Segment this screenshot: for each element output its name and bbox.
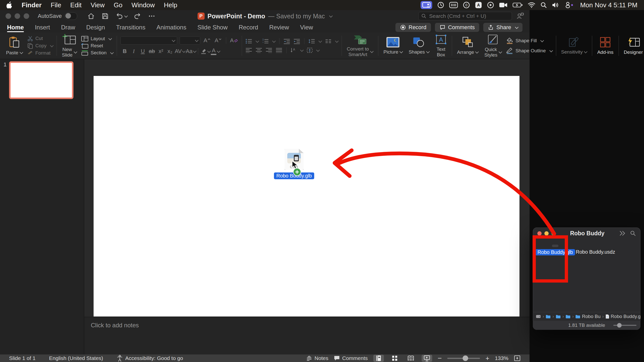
highlight-color-button[interactable] [200, 48, 210, 55]
strikethrough-button[interactable]: ab [148, 48, 156, 55]
tab-animations[interactable]: Animations [156, 22, 186, 33]
numbering-button[interactable] [262, 38, 275, 44]
paste-button[interactable]: Paste [3, 33, 26, 59]
font-color-button[interactable]: A [211, 48, 220, 55]
search-input[interactable] [429, 13, 509, 19]
reset-button[interactable]: Reset [81, 43, 113, 49]
redo-icon[interactable] [134, 12, 141, 20]
share-button[interactable]: Share [483, 23, 522, 32]
change-case-button[interactable]: Aa [186, 48, 196, 55]
notes-toggle-button[interactable]: Notes [306, 355, 328, 361]
bold-button[interactable]: B [120, 48, 129, 55]
decrease-indent-button[interactable] [284, 38, 290, 44]
tab-transitions[interactable]: Transitions [116, 22, 145, 33]
new-slide-button[interactable]: NewSlide [59, 33, 80, 59]
comments-button[interactable]: Comments [435, 23, 479, 32]
path-crumb-folder-1[interactable] [546, 314, 551, 319]
align-right-button[interactable] [266, 48, 272, 53]
volume-icon[interactable] [552, 1, 559, 9]
reading-view-button[interactable] [406, 355, 416, 362]
zoom-in-button[interactable]: + [486, 354, 489, 362]
font-size-select[interactable] [180, 36, 200, 44]
arrange-button[interactable]: Arrange [454, 33, 481, 59]
tab-record[interactable]: Record [239, 22, 258, 33]
finder-close-button[interactable] [537, 231, 542, 236]
path-crumb-folder-2[interactable] [556, 314, 561, 319]
close-window-button[interactable] [6, 13, 11, 19]
accessibility-status[interactable]: Accessibility: Good to go [117, 355, 183, 361]
notes-pane[interactable]: Click to add notes [84, 317, 530, 354]
cut-button[interactable]: Cut [27, 36, 53, 41]
shape-fill-button[interactable]: Shape Fill [506, 37, 552, 44]
slide-thumbnail[interactable] [9, 61, 73, 99]
apple-menu-icon[interactable] [7, 2, 13, 9]
convert-to-smartart-button[interactable]: Convert toSmartArt [344, 33, 376, 59]
undo-control[interactable] [115, 12, 127, 20]
now-playing-icon[interactable] [487, 1, 494, 9]
icon-size-slider[interactable] [613, 325, 636, 326]
camera-indicator-icon[interactable] [499, 1, 508, 9]
zoom-out-button[interactable]: − [438, 354, 442, 362]
zoom-slider[interactable] [447, 358, 480, 359]
more-toolbar-icon[interactable] [148, 12, 155, 20]
tab-insert[interactable]: Insert [35, 22, 50, 33]
menu-finder[interactable]: Finder [22, 1, 42, 9]
font-name-select[interactable] [120, 36, 177, 44]
line-spacing-button[interactable] [308, 38, 321, 44]
quick-styles-button[interactable]: QuickStyles [481, 33, 505, 59]
picture-button[interactable]: Picture [380, 33, 406, 59]
focus-indicator-icon[interactable]: 0 [463, 1, 470, 9]
spotlight-icon[interactable] [540, 1, 547, 9]
zoom-window-button[interactable] [24, 13, 29, 19]
character-spacing-button[interactable]: AV [175, 48, 185, 55]
autosave-toggle[interactable] [65, 12, 77, 20]
decrease-font-size-button[interactable]: A [214, 37, 222, 44]
justify-button[interactable] [276, 48, 282, 53]
increase-font-size-button[interactable]: A [203, 37, 211, 44]
normal-view-button[interactable] [373, 355, 384, 362]
path-crumb-disk[interactable] [536, 314, 541, 319]
tab-view[interactable]: View [300, 22, 313, 33]
title-chevron-icon[interactable] [329, 14, 333, 17]
shapes-button[interactable]: Shapes [406, 33, 432, 59]
menu-go[interactable]: Go [114, 1, 123, 9]
align-left-button[interactable] [246, 48, 252, 53]
align-text-button[interactable] [307, 48, 319, 53]
align-center-button[interactable] [256, 48, 262, 53]
icon-size-slider-knob[interactable] [617, 323, 622, 328]
tab-home[interactable]: Home [7, 22, 24, 33]
fast-user-switching-icon[interactable] [565, 1, 574, 9]
input-source-icon[interactable]: A [475, 1, 482, 9]
file-item-usdz[interactable]: Robo Buddy.usdz [577, 245, 614, 255]
italic-button[interactable]: I [130, 48, 138, 55]
format-painter-button[interactable]: Format [27, 50, 53, 56]
slide-counter[interactable]: Slide 1 of 1 [9, 355, 35, 361]
bullets-button[interactable] [246, 38, 259, 44]
tab-slide-show[interactable]: Slide Show [197, 22, 228, 33]
finder-zoom-button[interactable] [551, 231, 556, 236]
screen-sharing-indicator-icon[interactable] [421, 1, 432, 9]
language-status[interactable]: English (United States) [49, 355, 103, 361]
text-direction-button[interactable]: A [291, 48, 303, 53]
toolbar-overflow-icon[interactable] [619, 231, 626, 236]
menu-edit[interactable]: Edit [70, 1, 82, 9]
increase-indent-button[interactable] [294, 38, 300, 44]
copy-button[interactable]: Copy [27, 43, 53, 49]
add-ins-button[interactable]: Add-ins [594, 33, 616, 59]
path-crumb-robo-buddy-folder[interactable]: Robo Bu [575, 314, 600, 319]
menubar-clock[interactable]: Mon Nov 4 5:11 PM [580, 1, 637, 9]
tab-review[interactable]: Review [269, 22, 289, 33]
menu-window[interactable]: Window [132, 1, 155, 9]
menu-help[interactable]: Help [164, 1, 177, 9]
designer-button[interactable]: Designer [621, 33, 644, 59]
slideshow-view-button[interactable] [422, 355, 432, 362]
path-crumb-current-file[interactable]: Robo Buddy.glb [606, 314, 640, 319]
superscript-button[interactable]: x² [157, 48, 165, 55]
tab-draw[interactable]: Draw [61, 22, 75, 33]
wifi-icon[interactable] [528, 1, 535, 9]
search-box[interactable] [418, 12, 512, 20]
slide-sorter-view-button[interactable] [389, 355, 400, 362]
tab-design[interactable]: Design [86, 22, 105, 33]
layout-button[interactable]: Layout [81, 36, 113, 41]
fit-slide-button[interactable] [514, 355, 520, 361]
